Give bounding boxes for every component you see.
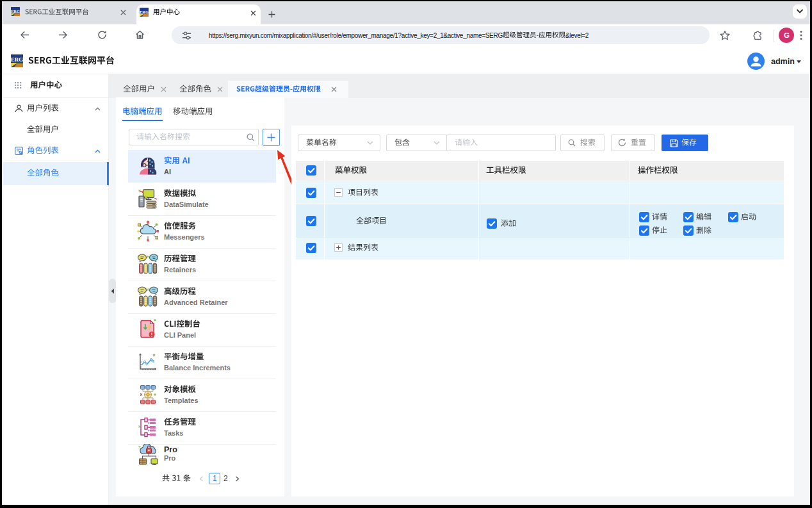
svg-text:ERG: ERG (11, 56, 23, 63)
svg-text:ERG: ERG (11, 9, 20, 13)
svg-text:ERG: ERG (140, 10, 149, 14)
